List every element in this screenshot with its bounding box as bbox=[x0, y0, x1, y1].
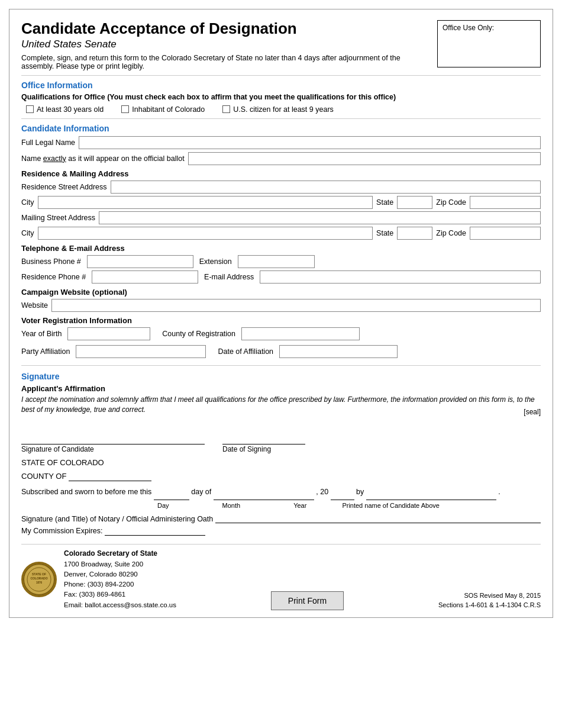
commission-fill bbox=[105, 527, 205, 536]
qual-item-citizen: U.S. citizen for at least 9 years bbox=[222, 105, 334, 114]
year-sublabel: Year bbox=[293, 502, 306, 509]
date-of-signing-label: Date of Signing bbox=[222, 445, 305, 453]
residence-phone-input[interactable] bbox=[92, 270, 198, 284]
mail-zip-input[interactable] bbox=[470, 227, 541, 240]
business-phone-row: Business Phone # Extension bbox=[21, 255, 541, 268]
qualifications-row: At least 30 years old Inhabitant of Colo… bbox=[26, 105, 541, 114]
qual-item-age: At least 30 years old bbox=[26, 105, 104, 114]
party-affiliation-row: Party Affiliation bbox=[21, 345, 206, 358]
footer-address1: 1700 Broadway, Suite 200 bbox=[64, 561, 143, 568]
checkbox-citizen[interactable] bbox=[222, 105, 230, 113]
mailing-street-input[interactable] bbox=[99, 211, 541, 224]
ballot-name-input[interactable] bbox=[188, 152, 541, 165]
divider-3 bbox=[21, 365, 541, 366]
date-sig-line bbox=[222, 434, 305, 444]
mailing-street-row: Mailing Street Address bbox=[21, 211, 541, 224]
mail-state-input[interactable] bbox=[397, 227, 432, 240]
section-signature: Signature bbox=[21, 372, 541, 381]
applicant-affirmation-label: Applicant's Affirmation bbox=[21, 384, 541, 393]
website-row: Website bbox=[21, 299, 541, 312]
title-block: Candidate Acceptance of Designation Unit… bbox=[21, 20, 431, 70]
email-input[interactable] bbox=[260, 270, 541, 284]
svg-text:1876: 1876 bbox=[36, 581, 43, 584]
page-subtitle: United States Senate bbox=[21, 38, 431, 50]
sub-labels-row: Day Month Year Printed name of Candidate… bbox=[21, 502, 541, 509]
residence-street-label: Residence Street Address bbox=[21, 183, 107, 191]
candidate-sig-line bbox=[21, 434, 205, 444]
qual-label-citizen: U.S. citizen for at least 9 years bbox=[233, 105, 334, 114]
full-legal-name-input[interactable] bbox=[79, 136, 541, 149]
exactly-underline: exactly bbox=[43, 154, 66, 163]
res-city-input[interactable] bbox=[38, 196, 373, 209]
section-candidate-info: Candidate Information bbox=[21, 124, 541, 133]
full-legal-name-label: Full Legal Name bbox=[21, 138, 75, 147]
residence-city-state-zip: City State Zip Code bbox=[21, 196, 541, 209]
email-label: E-mail Address bbox=[204, 273, 254, 281]
footer-contact: Colorado Secretary of State 1700 Broadwa… bbox=[64, 548, 176, 610]
form-page: Candidate Acceptance of Designation Unit… bbox=[9, 9, 553, 618]
svg-text:COLORADO: COLORADO bbox=[30, 576, 47, 580]
printed-name-sublabel: Printed name of Candidate Above bbox=[342, 502, 440, 509]
res-zip-label: Zip Code bbox=[436, 198, 466, 207]
date-of-affiliation-input[interactable] bbox=[279, 345, 398, 358]
year-of-birth-input[interactable] bbox=[67, 327, 150, 340]
county-of-reg-input[interactable] bbox=[241, 327, 360, 340]
date-sig-block: Date of Signing bbox=[222, 434, 305, 453]
res-state-label: State bbox=[376, 198, 393, 207]
header: Candidate Acceptance of Designation Unit… bbox=[21, 20, 541, 70]
printed-name-fill bbox=[366, 485, 496, 500]
office-use-box: Office Use Only: bbox=[437, 20, 541, 67]
extension-label: Extension bbox=[199, 257, 232, 266]
notary-sig-row: Signature (and Title) of Notary / Offici… bbox=[21, 513, 541, 523]
month-fill bbox=[214, 485, 314, 500]
ballot-name-label: Name exactly as it will appear on the of… bbox=[21, 154, 185, 163]
website-input[interactable] bbox=[51, 299, 541, 312]
voter-reg-row2: Party Affiliation Date of Affiliation bbox=[21, 345, 541, 360]
campaign-website-label: Campaign Website (optional) bbox=[21, 288, 541, 297]
res-zip-input[interactable] bbox=[470, 196, 541, 209]
day-sublabel: Day bbox=[157, 502, 169, 509]
date-of-affiliation-label: Date of Affiliation bbox=[218, 347, 273, 356]
checkbox-age[interactable] bbox=[26, 105, 34, 113]
divider-1 bbox=[21, 75, 541, 76]
divider-2 bbox=[21, 118, 541, 119]
party-affiliation-input[interactable] bbox=[76, 345, 206, 358]
sos-revised: SOS Revised May 8, 2015 bbox=[464, 592, 541, 599]
website-field-label: Website bbox=[21, 301, 48, 310]
county-of-row: COUNTY OF bbox=[21, 472, 541, 481]
residence-street-input[interactable] bbox=[111, 181, 541, 194]
year-prefix: , 20 bbox=[316, 488, 328, 496]
day-fill bbox=[154, 485, 189, 500]
period: . bbox=[498, 488, 500, 496]
voter-reg-heading: Voter Registration Information bbox=[21, 316, 541, 325]
year-of-birth-row: Year of Birth bbox=[21, 327, 150, 340]
instructions-text: Complete, sign, and return this form to … bbox=[21, 54, 424, 70]
day-of-text: day of bbox=[191, 488, 211, 496]
footer-email: Email: ballot.access@sos.state.co.us bbox=[64, 601, 176, 608]
subscribed-text: Subscribed and sworn to before me this bbox=[21, 488, 151, 496]
signature-section: Signature Applicant's Affirmation I acce… bbox=[21, 372, 541, 536]
res-city-label: City bbox=[21, 198, 34, 207]
footer-left: STATE OF COLORADO 1876 Colorado Secretar… bbox=[21, 548, 176, 610]
mailing-city-state-zip: City State Zip Code bbox=[21, 227, 541, 240]
business-phone-input[interactable] bbox=[87, 255, 193, 268]
commission-row: My Commission Expires: bbox=[21, 527, 541, 536]
extension-input[interactable] bbox=[238, 255, 315, 268]
voter-reg-row1: Year of Birth County of Registration bbox=[21, 327, 541, 343]
date-affiliation-row: Date of Affiliation bbox=[218, 345, 398, 358]
signature-lines-row: Signature of Candidate Date of Signing bbox=[21, 434, 541, 453]
commission-label: My Commission Expires: bbox=[21, 527, 103, 535]
mail-city-input[interactable] bbox=[38, 227, 373, 240]
res-state-input[interactable] bbox=[397, 196, 432, 209]
sig-of-candidate-label: Signature of Candidate bbox=[21, 445, 205, 453]
subscribed-row: Subscribed and sworn to before me this d… bbox=[21, 485, 541, 500]
section-office-info: Office Information bbox=[21, 80, 541, 90]
checkbox-inhabitant[interactable] bbox=[121, 105, 129, 113]
business-phone-label: Business Phone # bbox=[21, 257, 81, 266]
qual-label-age: At least 30 years old bbox=[37, 105, 104, 114]
colorado-seal: STATE OF COLORADO 1876 bbox=[21, 562, 57, 597]
print-form-button[interactable]: Print Form bbox=[271, 591, 344, 610]
county-fill-line bbox=[69, 472, 151, 481]
state-of-colorado: STATE OF COLORADO bbox=[21, 458, 541, 467]
ballot-name-row: Name exactly as it will appear on the of… bbox=[21, 152, 541, 165]
